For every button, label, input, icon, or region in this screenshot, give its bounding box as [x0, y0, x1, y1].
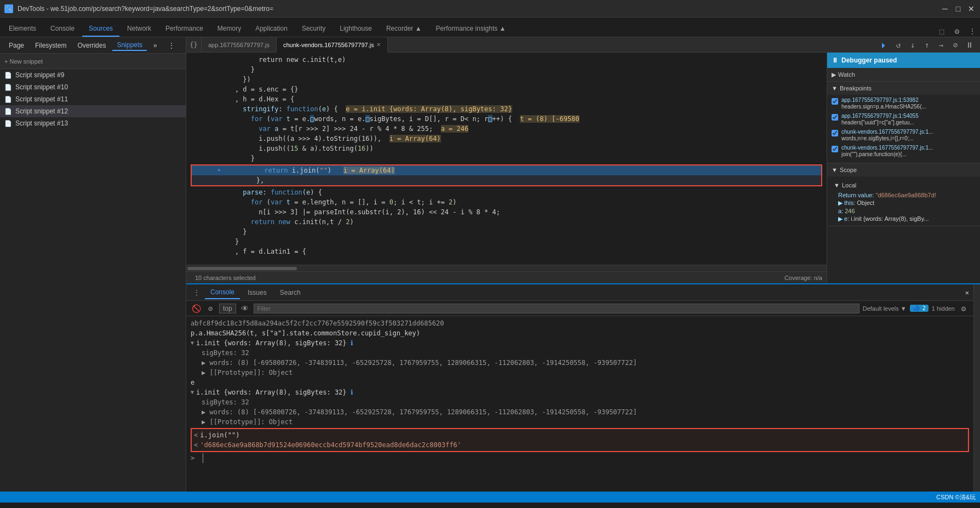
console-line-obj1[interactable]: ▼ i.init {words: Array(8), sigBytes: 32}…: [191, 338, 969, 348]
code-line: i.push((a >>> 4).toString(16)), i = Arra…: [186, 134, 827, 144]
snippet-item-12[interactable]: 📄 Script snippet #12: [0, 105, 186, 117]
scope-content: ▼ Local Return value: "d686ec6ae9a868b7d…: [827, 176, 980, 226]
deactivate-icon[interactable]: ⊘: [949, 39, 961, 51]
more-icon[interactable]: ⋮: [967, 26, 978, 37]
console-tab-search[interactable]: Search: [274, 287, 306, 299]
show-network-icon[interactable]: 👁: [239, 303, 250, 314]
scope-header[interactable]: ▼ Scope: [827, 163, 980, 176]
minimize-button[interactable]: ─: [941, 4, 949, 13]
file-tab-chunk[interactable]: chunk-vendors.1677556797797.js ✕: [277, 37, 388, 53]
breakpoint-checkbox-2[interactable]: [832, 114, 838, 121]
nav-overrides[interactable]: Overrides: [73, 41, 110, 50]
scope-this[interactable]: ▶ this: Object: [838, 199, 976, 207]
console-close[interactable]: ✕: [965, 289, 969, 296]
dock-icon[interactable]: ⬚: [936, 26, 947, 37]
breakpoint-item-1: app.1677556797797.js:1:53982 headers.sig…: [832, 97, 976, 111]
step-over-icon[interactable]: ↺: [892, 39, 904, 51]
console-line: abfc8f9dc18c3f5d8aa294ac5f2cf2cc7767e559…: [191, 318, 969, 328]
watch-section: ▶ Watch: [827, 68, 980, 82]
scrollbar-thumb[interactable]: [187, 267, 297, 270]
close-button[interactable]: ✕: [967, 4, 976, 13]
step-into-icon[interactable]: ↓: [907, 39, 919, 51]
restore-button[interactable]: □: [954, 4, 962, 13]
stop-on-exceptions-icon[interactable]: ⊘: [205, 303, 216, 314]
scope-e[interactable]: ▶ e: i.init {words: Array(8), sigBy...: [838, 215, 976, 222]
snippet-icon: 📄: [4, 72, 12, 79]
snippet-icon: 📄: [4, 108, 12, 115]
tab-elements[interactable]: Elements: [2, 21, 43, 37]
chars-selected: 10 characters selected: [191, 273, 260, 282]
file-tab-app[interactable]: app.1677556797797.js: [202, 37, 277, 53]
tab-memory[interactable]: Memory: [211, 21, 248, 37]
new-snippet-button[interactable]: + New snippet: [4, 58, 43, 65]
code-line: return new c.init(n,t / 2): [186, 217, 827, 227]
settings-icon[interactable]: ⚙: [952, 26, 962, 37]
console-tab-console[interactable]: Console: [205, 286, 240, 299]
default-levels[interactable]: Default levels ▼: [863, 305, 907, 312]
console-call-line: < i.join(""): [194, 430, 966, 440]
console-indent[interactable]: ▶ words: (8) [-695800726, -374839113, -6…: [191, 407, 969, 417]
tab-console[interactable]: Console: [44, 21, 81, 37]
tab-application[interactable]: Application: [249, 21, 294, 37]
code-line: }: [186, 153, 827, 163]
breakpoint-checkbox-1[interactable]: [832, 98, 838, 105]
main-layout: Page Filesystem Overrides Snippets » ⋮ +…: [0, 37, 980, 492]
pause-resume-icon[interactable]: ⏵: [878, 39, 890, 51]
tab-lighthouse[interactable]: Lighthouse: [333, 21, 379, 37]
console-indent[interactable]: ▶ [[Prototype]]: Object: [191, 417, 969, 427]
nav-more[interactable]: »: [149, 41, 162, 50]
local-label: Local: [842, 182, 856, 189]
tab-performance[interactable]: Performance: [159, 21, 210, 37]
tab-recorder[interactable]: Recorder ▲: [380, 21, 428, 37]
main-tabs: Elements Console Sources Network Perform…: [0, 18, 980, 37]
breakpoints-header[interactable]: ▼ Breakpoints: [827, 82, 980, 95]
console-filter-input[interactable]: [254, 304, 859, 313]
code-line: , f = d.Latin1 = {: [186, 247, 827, 256]
clear-console-icon[interactable]: 🚫: [191, 303, 202, 314]
editor-status-bar: 10 characters selected Coverage: n/a: [186, 271, 827, 283]
console-indent[interactable]: ▶ words: (8) [-695800726, -374839113, -6…: [191, 358, 969, 368]
tab-perf-insights[interactable]: Performance insights ▲: [429, 21, 513, 37]
console-kebab[interactable]: ⋮: [191, 287, 203, 299]
nav-kebab[interactable]: ⋮: [164, 41, 179, 50]
console-indent: sigBytes: 32: [191, 348, 969, 358]
breakpoint-checkbox-3[interactable]: [832, 130, 838, 136]
breakpoints-content: app.1677556797797.js:1:53982 headers.sig…: [827, 95, 980, 163]
snippet-item-9[interactable]: 📄 Script snippet #9: [0, 69, 186, 81]
code-editor[interactable]: return new c.init(t,e) } }): [186, 53, 827, 283]
console-tab-issues[interactable]: Issues: [242, 287, 272, 299]
nav-filesystem[interactable]: Filesystem: [31, 41, 71, 50]
watch-header[interactable]: ▶ Watch: [827, 68, 980, 81]
snippet-item-13[interactable]: 📄 Script snippet #13: [0, 117, 186, 129]
snippet-icon: 📄: [4, 96, 12, 103]
horizontal-scrollbar[interactable]: [186, 265, 827, 271]
scope-section: ▼ Scope ▼ Local Return value: "d686ec6ae…: [827, 163, 980, 226]
file-tab-close-icon[interactable]: ✕: [376, 42, 381, 48]
code-line: stringify: function(e) { e = i.init {wor…: [186, 104, 827, 114]
step-icon[interactable]: →: [935, 39, 947, 51]
tab-network[interactable]: Network: [121, 21, 158, 37]
snippet-item-10[interactable]: 📄 Script snippet #10: [0, 81, 186, 93]
breakpoint-checkbox-4[interactable]: [832, 146, 838, 152]
tab-sources[interactable]: Sources: [82, 21, 119, 37]
console-line-obj2[interactable]: ▼ i.init {words: Array(8), sigBytes: 32}…: [191, 387, 969, 397]
console-right-scrollbar[interactable]: [973, 284, 980, 492]
snippet-item-11[interactable]: 📄 Script snippet #11: [0, 93, 186, 105]
top-dropdown[interactable]: top: [219, 304, 236, 313]
pause-exceptions-icon[interactable]: ⏸: [964, 39, 976, 51]
console-settings-icon[interactable]: ⚙: [958, 303, 969, 314]
window-controls: ─ □ ✕: [941, 4, 976, 13]
hidden-count: 1 hidden: [932, 305, 955, 312]
console-indent[interactable]: ▶ [[Prototype]]: Object: [191, 368, 969, 378]
console-output[interactable]: abfc8f9dc18c3f5d8aa294ac5f2cf2cc7767e559…: [186, 316, 973, 492]
code-line: , d = s.enc = {}: [186, 84, 827, 94]
nav-page[interactable]: Page: [4, 41, 28, 50]
status-bar: CSDN ©清&玩: [0, 492, 980, 503]
nav-snippets[interactable]: Snippets: [112, 40, 147, 51]
local-scope-header[interactable]: ▼ Local: [832, 179, 976, 192]
console-toolbar: 🚫 ⊘ top 👁 Default levels ▼ 🔵 2 1 hidden …: [186, 301, 973, 316]
watch-label: Watch: [838, 71, 855, 78]
console-prompt[interactable]: >: [191, 453, 969, 463]
tab-security[interactable]: Security: [295, 21, 332, 37]
step-out-icon[interactable]: ↑: [921, 39, 933, 51]
